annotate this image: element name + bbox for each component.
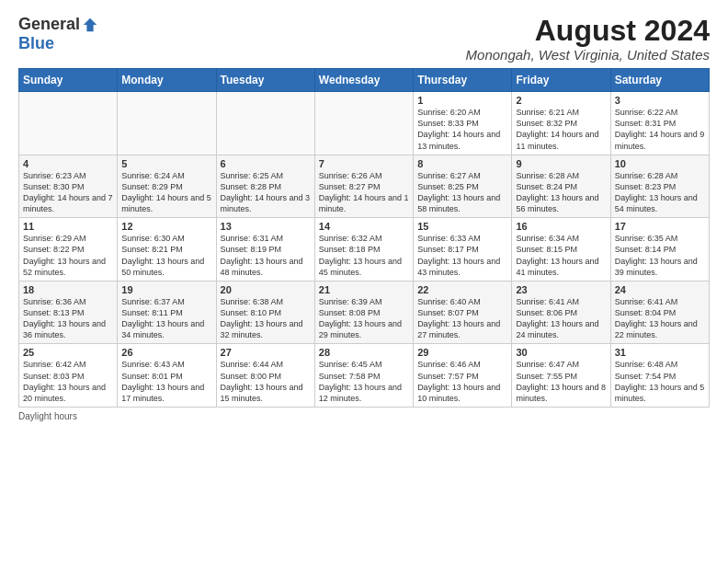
- calendar-cell: 9Sunrise: 6:28 AM Sunset: 8:24 PM Daylig…: [512, 155, 610, 218]
- day-number: 15: [417, 221, 507, 232]
- day-number: 11: [23, 221, 113, 232]
- calendar-cell: 26Sunrise: 6:43 AM Sunset: 8:01 PM Dayli…: [118, 344, 216, 408]
- calendar-cell: 10Sunrise: 6:28 AM Sunset: 8:23 PM Dayli…: [610, 155, 709, 218]
- day-number: 24: [615, 284, 705, 295]
- calendar-cell: 21Sunrise: 6:39 AM Sunset: 8:08 PM Dayli…: [314, 281, 413, 344]
- day-number: 13: [221, 221, 311, 232]
- calendar-cell: 20Sunrise: 6:38 AM Sunset: 8:10 PM Dayli…: [216, 281, 314, 344]
- day-info: Sunrise: 6:28 AM Sunset: 8:24 PM Dayligh…: [516, 170, 606, 215]
- day-number: 12: [121, 221, 211, 232]
- calendar-cell: 28Sunrise: 6:45 AM Sunset: 7:58 PM Dayli…: [314, 344, 413, 408]
- header: General Blue August 2024 Monongah, West …: [18, 15, 710, 63]
- calendar-cell: 25Sunrise: 6:42 AM Sunset: 8:03 PM Dayli…: [19, 344, 118, 408]
- calendar-cell: 12Sunrise: 6:30 AM Sunset: 8:21 PM Dayli…: [118, 218, 216, 282]
- page: General Blue August 2024 Monongah, West …: [0, 0, 728, 431]
- calendar-cell: [19, 92, 118, 155]
- day-number: 10: [615, 158, 705, 169]
- day-number: 8: [417, 158, 507, 169]
- day-info: Sunrise: 6:41 AM Sunset: 8:04 PM Dayligh…: [615, 296, 705, 341]
- day-info: Sunrise: 6:24 AM Sunset: 8:29 PM Dayligh…: [121, 170, 211, 215]
- day-header-friday: Friday: [512, 69, 610, 92]
- title-block: August 2024 Monongah, West Virginia, Uni…: [466, 15, 710, 63]
- day-info: Sunrise: 6:42 AM Sunset: 8:03 PM Dayligh…: [23, 359, 113, 404]
- day-number: 14: [319, 221, 409, 232]
- day-info: Sunrise: 6:22 AM Sunset: 8:31 PM Dayligh…: [615, 107, 705, 152]
- day-number: 9: [516, 158, 606, 169]
- day-info: Sunrise: 6:27 AM Sunset: 8:25 PM Dayligh…: [417, 170, 507, 215]
- day-info: Sunrise: 6:40 AM Sunset: 8:07 PM Dayligh…: [417, 296, 507, 341]
- calendar-cell: [216, 92, 314, 155]
- day-number: 6: [221, 158, 311, 169]
- day-info: Sunrise: 6:21 AM Sunset: 8:32 PM Dayligh…: [516, 107, 606, 152]
- day-info: Sunrise: 6:41 AM Sunset: 8:06 PM Dayligh…: [516, 296, 606, 341]
- day-number: 27: [221, 347, 311, 358]
- day-info: Sunrise: 6:48 AM Sunset: 7:54 PM Dayligh…: [615, 359, 705, 404]
- calendar-cell: 31Sunrise: 6:48 AM Sunset: 7:54 PM Dayli…: [610, 344, 709, 408]
- day-number: 19: [121, 284, 211, 295]
- calendar-week-3: 11Sunrise: 6:29 AM Sunset: 8:22 PM Dayli…: [19, 218, 710, 282]
- calendar-week-1: 1Sunrise: 6:20 AM Sunset: 8:33 PM Daylig…: [19, 92, 710, 155]
- day-header-sunday: Sunday: [19, 69, 118, 92]
- calendar-cell: 7Sunrise: 6:26 AM Sunset: 8:27 PM Daylig…: [314, 155, 413, 218]
- day-info: Sunrise: 6:36 AM Sunset: 8:13 PM Dayligh…: [23, 296, 113, 341]
- calendar-cell: [314, 92, 413, 155]
- day-info: Sunrise: 6:46 AM Sunset: 7:57 PM Dayligh…: [417, 359, 507, 404]
- day-number: 21: [319, 284, 409, 295]
- day-number: 17: [615, 221, 705, 232]
- day-info: Sunrise: 6:30 AM Sunset: 8:21 PM Dayligh…: [121, 233, 211, 278]
- day-number: 5: [121, 158, 211, 169]
- day-number: 30: [516, 347, 606, 358]
- day-number: 18: [23, 284, 113, 295]
- calendar-cell: 11Sunrise: 6:29 AM Sunset: 8:22 PM Dayli…: [19, 218, 118, 282]
- day-info: Sunrise: 6:34 AM Sunset: 8:15 PM Dayligh…: [516, 233, 606, 278]
- day-info: Sunrise: 6:35 AM Sunset: 8:14 PM Dayligh…: [615, 233, 705, 278]
- calendar-week-2: 4Sunrise: 6:23 AM Sunset: 8:30 PM Daylig…: [19, 155, 710, 218]
- calendar-table: SundayMondayTuesdayWednesdayThursdayFrid…: [18, 68, 710, 408]
- calendar-cell: 30Sunrise: 6:47 AM Sunset: 7:55 PM Dayli…: [512, 344, 610, 408]
- day-header-monday: Monday: [118, 69, 216, 92]
- svg-marker-0: [84, 17, 97, 30]
- calendar-cell: 8Sunrise: 6:27 AM Sunset: 8:25 PM Daylig…: [414, 155, 512, 218]
- calendar-cell: 17Sunrise: 6:35 AM Sunset: 8:14 PM Dayli…: [610, 218, 709, 282]
- calendar-week-4: 18Sunrise: 6:36 AM Sunset: 8:13 PM Dayli…: [19, 281, 710, 344]
- calendar-week-5: 25Sunrise: 6:42 AM Sunset: 8:03 PM Dayli…: [19, 344, 710, 408]
- day-info: Sunrise: 6:47 AM Sunset: 7:55 PM Dayligh…: [516, 359, 606, 404]
- day-info: Sunrise: 6:32 AM Sunset: 8:18 PM Dayligh…: [319, 233, 409, 278]
- calendar-cell: 15Sunrise: 6:33 AM Sunset: 8:17 PM Dayli…: [414, 218, 512, 282]
- day-number: 25: [23, 347, 113, 358]
- calendar-cell: 6Sunrise: 6:25 AM Sunset: 8:28 PM Daylig…: [216, 155, 314, 218]
- location: Monongah, West Virginia, United States: [466, 47, 710, 63]
- day-number: 29: [417, 347, 507, 358]
- calendar-cell: 16Sunrise: 6:34 AM Sunset: 8:15 PM Dayli…: [512, 218, 610, 282]
- day-info: Sunrise: 6:37 AM Sunset: 8:11 PM Dayligh…: [121, 296, 211, 341]
- day-number: 26: [121, 347, 211, 358]
- day-number: 7: [319, 158, 409, 169]
- day-info: Sunrise: 6:38 AM Sunset: 8:10 PM Dayligh…: [221, 296, 311, 341]
- calendar-header-row: SundayMondayTuesdayWednesdayThursdayFrid…: [19, 69, 710, 92]
- day-info: Sunrise: 6:20 AM Sunset: 8:33 PM Dayligh…: [417, 107, 507, 152]
- day-info: Sunrise: 6:33 AM Sunset: 8:17 PM Dayligh…: [417, 233, 507, 278]
- calendar-cell: 2Sunrise: 6:21 AM Sunset: 8:32 PM Daylig…: [512, 92, 610, 155]
- day-info: Sunrise: 6:31 AM Sunset: 8:19 PM Dayligh…: [221, 233, 311, 278]
- calendar-cell: 22Sunrise: 6:40 AM Sunset: 8:07 PM Dayli…: [414, 281, 512, 344]
- day-number: 16: [516, 221, 606, 232]
- day-number: 3: [615, 95, 705, 106]
- day-header-wednesday: Wednesday: [314, 69, 413, 92]
- month-title: August 2024: [466, 15, 710, 47]
- footer: Daylight hours: [18, 411, 710, 421]
- day-number: 4: [23, 158, 113, 169]
- day-info: Sunrise: 6:25 AM Sunset: 8:28 PM Dayligh…: [221, 170, 311, 215]
- day-info: Sunrise: 6:44 AM Sunset: 8:00 PM Dayligh…: [221, 359, 311, 404]
- day-number: 1: [417, 95, 507, 106]
- day-header-thursday: Thursday: [414, 69, 512, 92]
- day-info: Sunrise: 6:26 AM Sunset: 8:27 PM Dayligh…: [319, 170, 409, 215]
- day-number: 20: [221, 284, 311, 295]
- calendar-cell: 18Sunrise: 6:36 AM Sunset: 8:13 PM Dayli…: [19, 281, 118, 344]
- day-info: Sunrise: 6:28 AM Sunset: 8:23 PM Dayligh…: [615, 170, 705, 215]
- logo: General Blue: [18, 15, 98, 53]
- calendar-cell: 24Sunrise: 6:41 AM Sunset: 8:04 PM Dayli…: [610, 281, 709, 344]
- day-number: 23: [516, 284, 606, 295]
- calendar-cell: 27Sunrise: 6:44 AM Sunset: 8:00 PM Dayli…: [216, 344, 314, 408]
- day-number: 22: [417, 284, 507, 295]
- calendar-cell: 23Sunrise: 6:41 AM Sunset: 8:06 PM Dayli…: [512, 281, 610, 344]
